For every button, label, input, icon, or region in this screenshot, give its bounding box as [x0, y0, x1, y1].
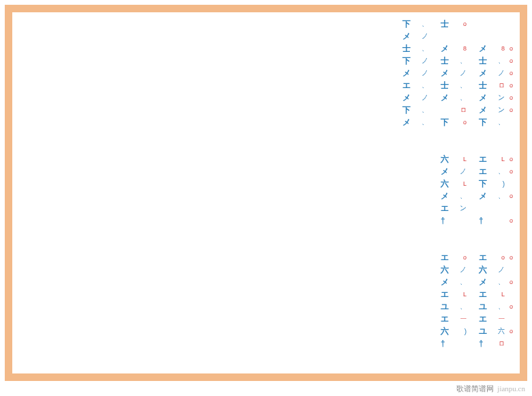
- notation-cell: メノ: [401, 30, 430, 42]
- notation-cell: 下ノ: [401, 55, 430, 67]
- notation-cell: †: [439, 337, 468, 350]
- notation-cell: ユ、o: [477, 300, 506, 313]
- notation-cell: メ、o: [477, 276, 506, 288]
- notation-column-3: メ8o士、oメノo士ロoメンoメンo下、エLoエ、o下)メ、o†oエoo六ノメ、…: [477, 18, 506, 373]
- notation-cell: 六ノ: [477, 264, 506, 276]
- notation-cell: 下、: [401, 104, 430, 116]
- notation-frame: 下、メノ士、下ノメノエ、メノ下、メ、 士oメ8士、メノ士、メ、ロ下o六Lメノ六L…: [5, 5, 527, 381]
- notation-cell: †o: [477, 214, 506, 227]
- notation-cell: メンo: [477, 91, 506, 104]
- notation-cell: メ8o: [477, 42, 506, 55]
- notation-cell: メ、: [439, 190, 468, 202]
- notation-cell: 士o: [439, 18, 468, 30]
- notation-cell: メンo: [477, 104, 506, 116]
- notation-cell: 下、: [477, 116, 506, 128]
- notation-cell: メ、: [439, 91, 468, 104]
- notation-cell: 六L: [439, 153, 468, 165]
- notation-cell: エo: [439, 251, 468, 264]
- notation-cell: メノ: [439, 67, 468, 79]
- notation-cell: ユ、: [439, 300, 468, 313]
- notation-cell: 六L: [439, 178, 468, 190]
- notation-cell: メノo: [477, 67, 506, 79]
- notation-cell: エ一: [477, 313, 506, 325]
- notation-cell: ユ六o: [477, 325, 506, 337]
- watermark: 歌谱简谱网 jianpu.cn: [456, 384, 525, 394]
- notation-cell: エoo: [477, 251, 506, 264]
- notation-cell: 六ノ: [439, 264, 468, 276]
- notation-cell: メノ: [401, 67, 430, 79]
- notation-cell: メノ: [439, 165, 468, 178]
- notation-cell: 士、: [439, 55, 468, 67]
- notation-cell: エLo: [477, 153, 506, 165]
- notation-cell: †ロ: [477, 337, 506, 350]
- notation-cell: メ、: [439, 276, 468, 288]
- notation-cell: エ、o: [477, 165, 506, 178]
- notation-cell: エ一: [439, 313, 468, 325]
- notation-cell: [477, 202, 506, 214]
- watermark-en: jianpu.cn: [497, 384, 525, 393]
- notation-cell: †: [439, 214, 468, 227]
- notation-cell: メ8: [439, 42, 468, 55]
- notation-cell: 士、: [401, 42, 430, 55]
- notation-cell: 六): [439, 325, 468, 337]
- notation-cell: 下、: [401, 18, 430, 30]
- notation-content: 下、メノ士、下ノメノエ、メノ下、メ、 士oメ8士、メノ士、メ、ロ下o六Lメノ六L…: [12, 12, 520, 373]
- notation-cell: エL: [439, 288, 468, 300]
- notation-cell: 士ロo: [477, 79, 506, 91]
- notation-column-2: 士oメ8士、メノ士、メ、ロ下o六Lメノ六Lメ、エン†エo六ノメ、エLユ、エ一六)…: [439, 18, 468, 373]
- notation-cell: 下o: [439, 116, 468, 128]
- notation-cell: 士、o: [477, 55, 506, 67]
- notation-cell: メ、o: [477, 190, 506, 202]
- notation-column-1: 下、メノ士、下ノメノエ、メノ下、メ、: [401, 18, 430, 128]
- notation-cell: エL: [477, 288, 506, 300]
- notation-cell: 下): [477, 178, 506, 190]
- notation-cell: メ、: [401, 116, 430, 128]
- notation-cell: ロ: [439, 104, 468, 116]
- notation-cell: メノ: [401, 91, 430, 104]
- notation-cell: エン: [439, 202, 468, 214]
- notation-cell: 士、: [439, 79, 468, 91]
- notation-cell: エ、: [401, 79, 430, 91]
- watermark-cn: 歌谱简谱网: [456, 384, 494, 393]
